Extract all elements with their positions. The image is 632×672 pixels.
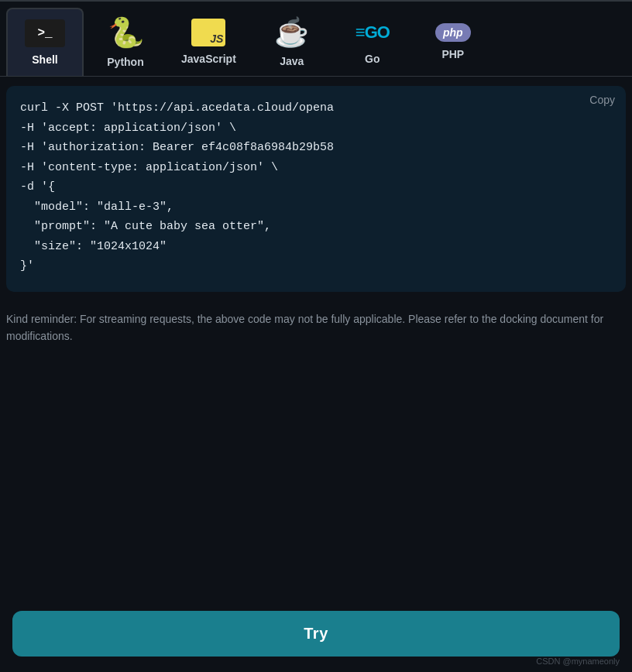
tab-go-label: Go [365,53,380,65]
php-icon: php [435,23,471,42]
try-button[interactable]: Try [12,611,620,657]
shell-icon [25,19,65,47]
copy-button[interactable]: Copy [589,94,615,106]
tab-python-label: Python [107,56,143,68]
code-pre: curl -X POST 'https://api.acedata.cloud/… [20,98,612,276]
tab-java-label: Java [280,55,304,67]
code-content: curl -X POST 'https://api.acedata.cloud/… [6,86,626,292]
reminder-content: Kind reminder: For streaming requests, t… [6,313,603,342]
tab-php-label: PHP [441,48,464,60]
tab-php[interactable]: php PHP [414,8,492,76]
tab-javascript-label: JavaScript [181,53,236,65]
javascript-icon: JS [191,19,225,46]
go-icon: ≡GO [356,19,390,46]
watermark: CSDN @mynameonly [536,657,620,666]
code-block: Copy curl -X POST 'https://api.acedata.c… [6,86,626,292]
tab-javascript[interactable]: JS JavaScript [167,8,250,76]
tab-bar: Shell 🐍 Python JS JavaScript ☕ Java ≡GO … [0,2,632,77]
java-icon: ☕ [274,16,309,49]
tab-shell-label: Shell [32,53,57,66]
reminder-text: Kind reminder: For streaming requests, t… [0,301,632,355]
tab-python[interactable]: 🐍 Python [87,8,164,76]
python-icon: 🐍 [108,15,144,50]
tab-shell[interactable]: Shell [6,8,84,76]
tab-go[interactable]: ≡GO Go [334,8,411,76]
tab-java[interactable]: ☕ Java [253,8,331,76]
